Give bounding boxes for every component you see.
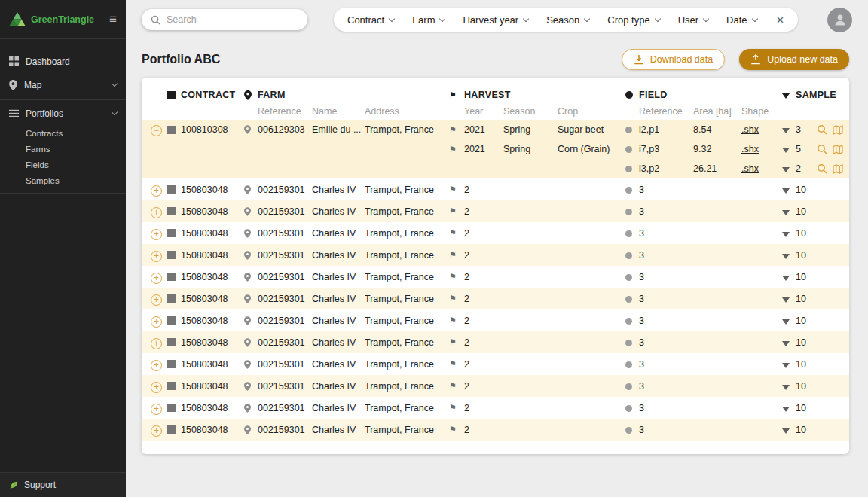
table-sub-header: Reference Name Address Year Season Crop …	[142, 103, 849, 120]
farm-name: Charles IV	[312, 381, 365, 392]
sidebar-item-support[interactable]: Support	[0, 472, 126, 497]
subheader-name: Name	[312, 106, 365, 117]
harvest-crop: Sugar beet	[558, 124, 625, 135]
map-icon[interactable]	[833, 125, 843, 135]
harvest-flag-icon: ⚑	[449, 184, 464, 194]
hamburger-menu-icon[interactable]: ≡	[109, 12, 117, 27]
field-dot-icon	[625, 91, 633, 99]
search-box[interactable]	[142, 9, 307, 30]
expand-icon[interactable]	[151, 360, 162, 371]
harvest-count: 2	[464, 184, 625, 195]
farm-name: Charles IV	[312, 184, 365, 195]
expand-icon[interactable]	[151, 207, 162, 218]
sample-triangle-icon	[782, 341, 790, 346]
farm-pin-icon	[244, 404, 258, 413]
harvest-count: 2	[464, 272, 625, 282]
download-data-button[interactable]: Download data	[622, 49, 725, 70]
shape-file-link[interactable]: .shx	[741, 163, 759, 174]
filter-crop-type[interactable]: Crop type	[607, 14, 659, 26]
contract-icon	[167, 360, 176, 368]
farm-address: Trampot, France	[365, 337, 449, 348]
collapse-icon[interactable]	[151, 125, 162, 136]
filter-date[interactable]: Date	[726, 14, 756, 26]
harvest-crop: Corn (Grain)	[558, 144, 625, 154]
chevron-down-icon	[112, 81, 118, 87]
sample-triangle-icon	[782, 167, 790, 172]
expanded-row-group: 100810308 006129303 Emilie du ... Trampo…	[142, 120, 849, 178]
harvest-flag-icon: ⚑	[449, 125, 464, 135]
harvest-count: 2	[464, 403, 625, 413]
brand-name: GreenTriangle	[31, 14, 104, 25]
expand-icon[interactable]	[151, 316, 162, 328]
subheader-shape: Shape	[741, 106, 782, 117]
filter-user[interactable]: User	[678, 14, 708, 26]
expand-icon[interactable]	[151, 294, 162, 306]
table-row[interactable]: 150803048 002159301 Charles IV Trampot, …	[142, 419, 849, 441]
table-row[interactable]: 150803048 002159301 Charles IV Trampot, …	[142, 353, 849, 375]
harvest-flag-icon: ⚑	[449, 316, 464, 325]
table-row[interactable]: 150803048 002159301 Charles IV Trampot, …	[142, 397, 849, 419]
expand-icon[interactable]	[151, 273, 162, 284]
filter-farm[interactable]: Farm	[412, 14, 445, 26]
table-row[interactable]: 150803048 002159301 Charles IV Trampot, …	[142, 266, 849, 288]
expand-icon[interactable]	[151, 338, 162, 349]
table-row-expanded[interactable]: 100810308 006129303 Emilie du ... Trampo…	[142, 120, 849, 139]
shape-file-link[interactable]: .shx	[741, 124, 759, 135]
sample-triangle-icon	[782, 232, 790, 237]
farm-reference: 002159301	[258, 403, 312, 413]
farm-reference: 002159301	[258, 337, 312, 348]
support-leaf-icon	[9, 480, 18, 489]
sidebar: GreenTriangle ≡ Dashboard Map Portfolios	[0, 0, 126, 497]
field-reference: i2,p1	[639, 124, 693, 135]
view-sample-icon[interactable]	[817, 124, 827, 135]
search-input[interactable]	[167, 14, 287, 25]
sidebar-item-dashboard[interactable]: Dashboard	[0, 50, 126, 73]
clear-filters-icon[interactable]: ×	[777, 14, 784, 26]
farm-pin-icon	[244, 360, 258, 369]
farm-name: Emilie du ...	[312, 124, 365, 135]
view-sample-icon[interactable]	[817, 144, 827, 154]
farm-address: Trampot, France	[365, 403, 449, 413]
table-row[interactable]: 150803048 002159301 Charles IV Trampot, …	[142, 244, 849, 266]
farm-reference: 002159301	[258, 206, 312, 217]
search-icon	[151, 15, 160, 25]
filter-harvest-year[interactable]: Harvest year	[463, 14, 528, 26]
farm-reference: 002159301	[258, 184, 312, 195]
subheader-farm-reference: Reference	[258, 106, 312, 117]
table-row[interactable]: 150803048 002159301 Charles IV Trampot, …	[142, 375, 849, 397]
table-row[interactable]: 150803048 002159301 Charles IV Trampot, …	[142, 222, 849, 244]
contract-number: 150803048	[181, 359, 228, 370]
view-sample-icon[interactable]	[817, 163, 827, 174]
contract-number: 150803048	[181, 184, 228, 195]
table-row[interactable]: 150803048 002159301 Charles IV Trampot, …	[142, 200, 849, 222]
sidebar-item-farms[interactable]: Farms	[0, 141, 126, 157]
expand-icon[interactable]	[151, 425, 162, 437]
sidebar-item-portfolios[interactable]: Portfolios	[0, 102, 126, 125]
sidebar-item-map[interactable]: Map	[0, 73, 126, 96]
field-dot-icon	[625, 318, 632, 325]
sidebar-item-contracts[interactable]: Contracts	[0, 125, 126, 141]
user-avatar[interactable]	[827, 8, 852, 32]
sidebar-item-fields[interactable]: Fields	[0, 157, 126, 172]
table-row[interactable]: 150803048 002159301 Charles IV Trampot, …	[142, 288, 849, 309]
subheader-address: Address	[365, 106, 449, 117]
upload-new-data-button[interactable]: Upload new data	[739, 49, 849, 70]
expand-icon[interactable]	[151, 251, 162, 262]
table-row[interactable]: 150803048 002159301 Charles IV Trampot, …	[142, 178, 849, 200]
expand-icon[interactable]	[151, 185, 162, 197]
expand-icon[interactable]	[151, 404, 162, 415]
shape-file-link[interactable]: .shx	[741, 144, 759, 154]
field-dot-icon	[625, 340, 632, 346]
filter-contract[interactable]: Contract	[347, 14, 394, 26]
map-icon[interactable]	[833, 145, 843, 154]
map-icon[interactable]	[833, 164, 843, 174]
sidebar-item-samples[interactable]: Samples	[0, 172, 126, 188]
filter-season[interactable]: Season	[546, 14, 589, 26]
expand-icon[interactable]	[151, 382, 162, 393]
table-row[interactable]: 150803048 002159301 Charles IV Trampot, …	[142, 331, 849, 353]
farm-name: Charles IV	[312, 316, 365, 326]
table-row[interactable]: 150803048 002159301 Charles IV Trampot, …	[142, 309, 849, 331]
harvest-flag-icon: ⚑	[449, 294, 464, 303]
expand-icon[interactable]	[151, 229, 162, 240]
sample-count: 10	[796, 381, 817, 392]
